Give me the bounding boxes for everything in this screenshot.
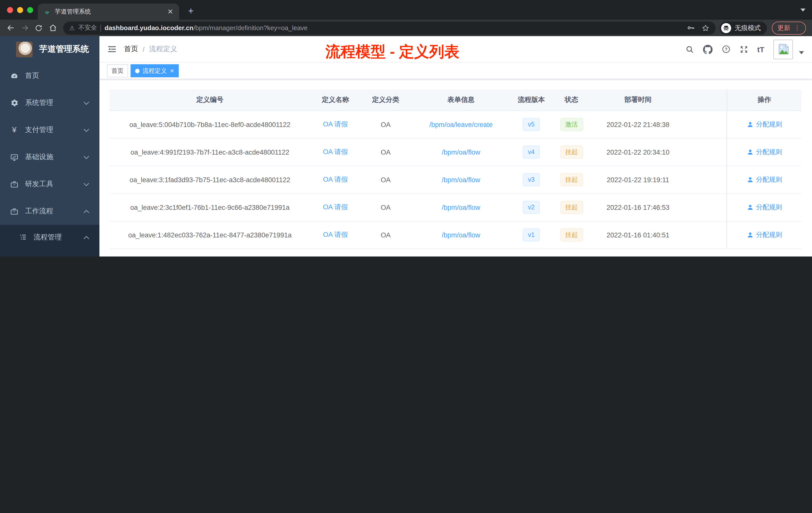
user-avatar-broken-image[interactable] — [773, 39, 793, 59]
sidebar-item-home[interactable]: 首页 — [0, 62, 99, 89]
definition-name-link[interactable]: OA 请假 — [323, 120, 348, 129]
sidebar-item-infrastructure[interactable]: 基础设施 — [0, 144, 99, 171]
version-badge: v2 — [523, 201, 540, 214]
form-link[interactable]: /bpm/oa/flow — [442, 231, 480, 239]
sidebar-item-label: 工作流程 — [25, 207, 53, 216]
sidebar-logo-row[interactable]: 芋道管理系统 — [0, 36, 99, 62]
sidebar-item-system[interactable]: 系统管理 — [0, 89, 99, 117]
browser-update-button[interactable]: 更新 ⋮ — [772, 21, 806, 34]
gear-icon — [10, 99, 19, 107]
app-root: 芋道管理系统 首页 系统管理 ¥ 支付管理 基础设施 — [0, 36, 812, 256]
form-link[interactable]: /bpm/oa/flow — [442, 176, 480, 183]
browser-tab[interactable]: 芋道管理系统 ✕ — [38, 3, 179, 20]
search-icon[interactable] — [686, 45, 694, 54]
browser-menu-dots-icon[interactable]: ⋮ — [794, 24, 801, 32]
fullscreen-icon[interactable] — [740, 45, 748, 54]
sidebar-item-process-form[interactable]: 流程表单 — [0, 250, 99, 256]
tab-search-caret-icon[interactable] — [801, 8, 806, 11]
not-secure-warning-icon: ⚠ — [69, 24, 75, 31]
maximize-window-button[interactable] — [27, 7, 33, 13]
assign-rule-label: 分配规则 — [756, 120, 782, 129]
definition-name-link[interactable]: OA 请假 — [323, 231, 348, 239]
tag-label: 流程定义 — [143, 66, 167, 75]
tag-label: 首页 — [112, 66, 123, 75]
forward-icon[interactable] — [18, 21, 31, 34]
navbar-icons: ? tT — [686, 39, 804, 59]
window-controls — [7, 7, 33, 13]
tag-close-icon[interactable]: ✕ — [170, 67, 174, 74]
incognito-icon — [721, 23, 731, 33]
definition-name-link[interactable]: OA 请假 — [323, 203, 348, 212]
assign-rule-link[interactable]: 分配规则 — [747, 148, 782, 157]
minimize-window-button[interactable] — [17, 7, 23, 13]
form-link[interactable]: /bpm/oa/leave/create — [429, 121, 493, 128]
help-icon[interactable]: ? — [722, 45, 731, 54]
definition-category: OA — [360, 166, 411, 193]
version-badge: v5 — [523, 118, 540, 131]
status-badge: 挂起 — [560, 146, 583, 159]
browser-toolbar: ⚠ 不安全 dashboard.yudao.iocoder.cn/bpm/man… — [0, 20, 812, 36]
sidebar: 芋道管理系统 首页 系统管理 ¥ 支付管理 基础设施 — [0, 36, 99, 256]
tab-title: 芋道管理系统 — [55, 7, 164, 16]
monitor-icon — [10, 153, 19, 161]
assign-rule-link[interactable]: 分配规则 — [747, 203, 782, 212]
form-link[interactable]: /bpm/oa/flow — [442, 148, 480, 156]
user-icon — [747, 149, 754, 156]
site-favicon-plant-icon — [44, 8, 51, 15]
definition-category: OA — [360, 194, 411, 221]
assign-rule-link[interactable]: 分配规则 — [747, 175, 782, 184]
home-icon[interactable] — [46, 21, 59, 34]
list-icon — [19, 233, 27, 241]
deploy-time: 2022-01-16 17:46:53 — [591, 194, 685, 221]
form-link[interactable]: /bpm/oa/flow — [442, 204, 480, 211]
reload-icon[interactable] — [32, 21, 45, 34]
table-row: oa_leave:4:991f2193-7b7f-11ec-a3c8-acde4… — [110, 139, 802, 166]
url-text[interactable]: dashboard.yudao.iocoder.cn/bpm/manager/d… — [105, 24, 680, 32]
workflow-submenu: 流程管理 流程表单 用户分组 流程模型 任务管理 — [0, 225, 99, 256]
url-bar[interactable]: ⚠ 不安全 dashboard.yudao.iocoder.cn/bpm/man… — [63, 21, 716, 34]
security-label[interactable]: 不安全 — [78, 24, 97, 32]
table-row: oa_leave:1:482ec033-762a-11ec-8477-a2380… — [110, 221, 802, 249]
new-tab-button[interactable]: + — [185, 5, 197, 17]
definition-id: oa_leave:5:004b710b-7b8a-11ec-8ef0-acde4… — [110, 111, 310, 138]
breadcrumb-current: 流程定义 — [149, 45, 177, 54]
tag-process-definition[interactable]: 流程定义 ✕ — [130, 64, 179, 77]
column-header: 定义名称 — [310, 89, 360, 111]
sidebar-item-label: 研发工具 — [25, 180, 53, 189]
column-header: 部署时间 — [591, 89, 685, 111]
toolbox-icon — [10, 207, 19, 216]
definition-name-link[interactable]: OA 请假 — [323, 148, 348, 157]
definition-name-link[interactable]: OA 请假 — [323, 175, 348, 184]
main-area: 首页 / 流程定义 ? tT 流程模型 - 定义列表 — [99, 36, 812, 256]
user-menu-caret-icon[interactable] — [799, 51, 804, 54]
deploy-time: 2022-01-16 01:40:51 — [591, 221, 685, 248]
github-icon[interactable] — [703, 44, 713, 54]
breadcrumb-home-link[interactable]: 首页 — [124, 45, 138, 54]
tab-close-icon[interactable]: ✕ — [168, 8, 173, 15]
column-header: 状态 — [551, 89, 591, 111]
assign-rule-link[interactable]: 分配规则 — [747, 120, 782, 129]
sidebar-item-payment[interactable]: ¥ 支付管理 — [0, 117, 99, 144]
column-header-spacer — [685, 89, 727, 111]
sidebar-item-workflow[interactable]: 工作流程 — [0, 198, 99, 225]
sidebar-fold-icon[interactable] — [108, 45, 116, 54]
incognito-badge: 无痕模式 — [720, 21, 767, 34]
password-key-icon[interactable] — [687, 24, 695, 32]
row-spacer — [685, 111, 727, 138]
url-divider — [101, 24, 101, 31]
font-size-icon[interactable]: tT — [757, 45, 764, 54]
column-header: 定义分类 — [360, 89, 411, 111]
tags-view-bar: 首页 流程定义 ✕ — [99, 63, 812, 79]
tag-home[interactable]: 首页 — [107, 64, 128, 77]
back-icon[interactable] — [4, 21, 17, 34]
row-spacer — [685, 166, 727, 193]
status-badge: 激活 — [560, 118, 583, 131]
bookmark-star-icon[interactable] — [701, 24, 709, 32]
sidebar-item-process-management[interactable]: 流程管理 — [0, 225, 99, 250]
sidebar-item-dev-tools[interactable]: 研发工具 — [0, 171, 99, 198]
column-header: 定义编号 — [110, 89, 310, 111]
user-icon — [747, 204, 754, 211]
close-window-button[interactable] — [7, 7, 13, 13]
assign-rule-link[interactable]: 分配规则 — [747, 231, 782, 239]
user-icon — [747, 176, 754, 183]
